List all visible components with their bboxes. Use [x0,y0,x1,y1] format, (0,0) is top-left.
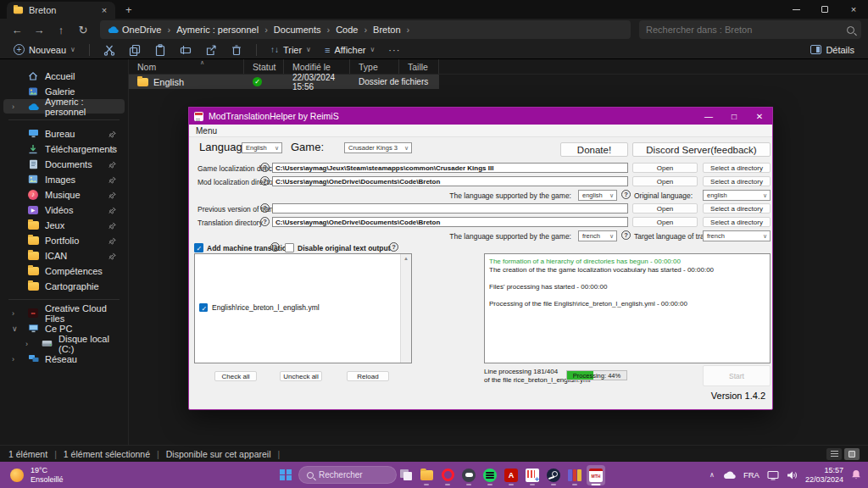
sidebar-item-creative-cloud[interactable]: › ∞ Creative Cloud Files [3,306,125,320]
scrollbar[interactable]: ▲ [400,254,411,363]
help-icon[interactable]: ? [260,176,270,186]
help-icon[interactable]: ? [270,242,280,252]
taskbar-icon-paint[interactable] [523,465,542,485]
chevron-right-icon[interactable]: › [12,103,14,111]
more-button[interactable]: ··· [383,42,405,58]
task-view-button[interactable] [400,469,413,480]
tab-close-icon[interactable]: × [98,5,110,15]
sidebar-item-onedrive-personnel[interactable]: › Aymeric : personnel [3,99,125,114]
back-button[interactable]: ← [7,24,27,36]
dialog-maximize-button[interactable]: □ [721,108,747,125]
column-header-nom[interactable]: Nom ∧ [129,59,244,74]
target-language-select[interactable]: french∨ [703,230,771,241]
sidebar-item-ican[interactable]: ICAN [3,248,125,263]
column-header-type[interactable]: Type [350,59,399,74]
explorer-tab[interactable]: Breton × [7,2,115,19]
taskbar-icon-file-explorer[interactable] [417,465,436,485]
tray-overflow-icon[interactable]: ∧ [709,471,715,479]
taskbar-icon-acrobat[interactable]: A [502,465,520,485]
cut-button[interactable] [98,42,120,58]
breadcrumb-item[interactable]: Aymeric : personnel [176,25,259,35]
sidebar-item-musique[interactable]: ♪ Musique [3,187,125,202]
taskbar-icon-discord[interactable] [459,465,478,485]
file-checkbox-item[interactable]: English\rice_breton_l_english.yml [199,303,320,312]
original-language-select[interactable]: english∨ [703,190,771,201]
search-input[interactable] [646,25,847,35]
discord-button[interactable]: Discord Server(feedback) [632,142,771,157]
close-button[interactable]: × [839,0,868,19]
onedrive-tray-icon[interactable] [722,470,736,480]
taskbar-icon-mod-translation-helper[interactable]: MTH [587,465,605,485]
game-dir-select-button[interactable]: Select a directory [703,163,771,173]
sidebar-item-bureau[interactable]: Bureau [3,126,125,141]
check-all-button[interactable]: Check all [214,371,257,381]
taskbar-icon-opera[interactable] [438,465,457,485]
sidebar-item-documents[interactable]: Documents [3,157,125,171]
dialog-title-bar[interactable]: ModTranslationHelper by ReimiS [189,108,772,125]
dialog-close-button[interactable]: ✕ [747,108,772,125]
translation-dir-select-button[interactable]: Select a directory [703,217,771,227]
sidebar-item-competences[interactable]: Compétences [3,263,125,278]
help-icon[interactable]: ? [621,230,631,240]
share-button[interactable] [200,42,222,58]
help-icon[interactable]: ? [260,163,270,172]
start-button[interactable] [280,469,292,481]
sidebar-item-images[interactable]: Images [3,172,125,186]
notification-bell-icon[interactable] [851,469,861,480]
chevron-right-icon[interactable]: › [12,309,14,318]
sidebar-item-portfolio[interactable]: Portfolio [3,233,125,247]
sidebar-item-cartographie[interactable]: Cartographie [3,279,125,293]
help-icon[interactable]: ? [621,190,631,199]
prev-translation-open-button[interactable]: Open [632,203,698,214]
translation-dir-input[interactable]: C:\Users\aymag\OneDrive\Documents\Code\B… [272,217,628,227]
game-select[interactable]: Crusader Kings 3∨ [344,142,412,153]
donate-button[interactable]: Donate! [560,142,628,157]
column-header-statut[interactable]: Statut [244,59,284,74]
file-row-english[interactable]: English ✓ 22/03/2024 15:56 Dossier de fi… [129,75,439,89]
mod-dir-input[interactable]: C:\Users\aymag\OneDrive\Documents\Code\B… [272,176,628,186]
taskbar-search[interactable]: Rechercher [298,466,397,484]
column-header-taille[interactable]: Taille [399,59,439,74]
mod-dir-select-button[interactable]: Select a directory [703,176,771,186]
start-button[interactable]: Start [703,365,771,386]
help-icon[interactable]: ? [389,242,398,252]
mod-dir-open-button[interactable]: Open [632,176,698,186]
copy-button[interactable] [124,42,146,58]
breadcrumb-item[interactable]: Code [336,25,358,35]
scroll-up-icon[interactable]: ▲ [403,256,409,261]
rename-button[interactable] [175,42,197,58]
sidebar-item-telechargements[interactable]: Téléchargements [3,141,125,156]
disable-original-text-checkbox[interactable] [285,243,294,252]
chevron-down-icon[interactable]: ∨ [12,324,18,333]
search-box[interactable] [639,20,861,39]
breadcrumb[interactable]: OneDrive › Aymeric : personnel › Documen… [100,20,631,39]
new-tab-button[interactable]: + [125,3,132,19]
help-icon[interactable]: ? [260,203,270,213]
details-view-button[interactable] [826,448,842,460]
add-machine-translation-checkbox[interactable] [194,243,203,252]
file-selection-list[interactable]: ▲ English\rice_breton_l_english.yml [194,253,412,363]
file-item-checkbox[interactable] [199,303,208,312]
refresh-button[interactable]: ↻ [73,24,93,36]
prev-translation-input[interactable] [272,203,628,214]
language-select[interactable]: English∨ [242,142,282,153]
sidebar-item-reseau[interactable]: › Réseau [3,352,125,366]
prev-translation-select-button[interactable]: Select a directory [703,203,771,214]
sidebar-item-videos[interactable]: ▶ Vidéos [3,202,125,217]
cast-icon[interactable] [767,470,779,480]
forward-button[interactable]: → [29,24,49,36]
icons-view-button[interactable] [844,448,860,460]
paste-button[interactable] [149,42,171,58]
taskbar-icon-steam[interactable] [544,465,563,485]
menu-item-menu[interactable]: Menu [189,126,224,136]
sidebar-item-disque-local[interactable]: › Disque local (C:) [3,336,125,351]
chevron-right-icon[interactable]: › [12,355,14,363]
sort-button[interactable]: ↑↓ Trier ∨ [265,42,316,58]
reload-button[interactable]: Reload [347,371,389,381]
maximize-button[interactable] [810,0,839,19]
minimize-button[interactable] [782,0,810,19]
game-dir-open-button[interactable]: Open [632,163,698,173]
translation-dir-open-button[interactable]: Open [632,217,698,227]
view-button[interactable]: ≡ Afficher ∨ [320,42,380,58]
details-pane-button[interactable]: Détails [805,42,860,58]
